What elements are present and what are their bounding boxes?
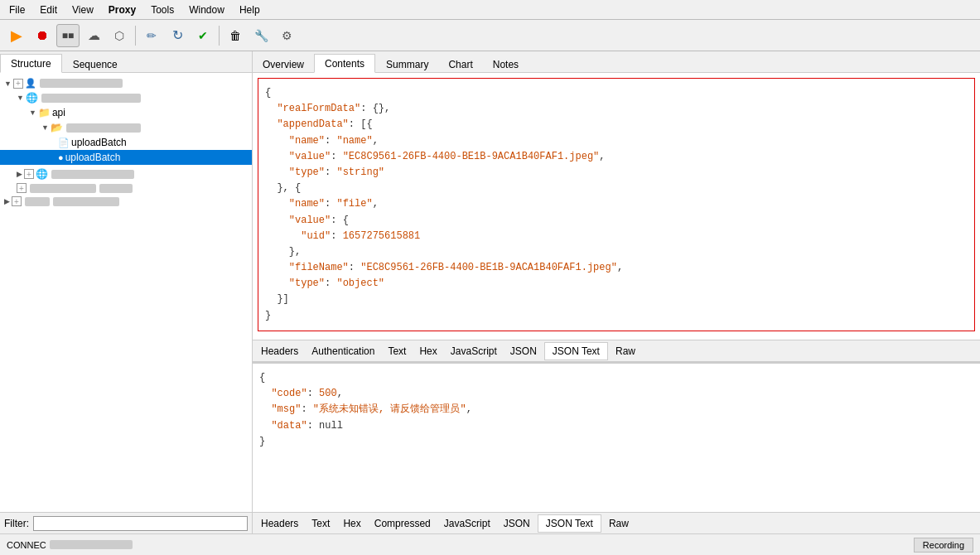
json-line-12: "fileName": "EC8C9561-26FB-4400-BE1B-9AC… — [265, 260, 968, 276]
req-tab-hex[interactable]: Hex — [413, 343, 443, 360]
pen-button[interactable]: ✏ — [140, 24, 163, 47]
resp-line-2: "code": 500, — [259, 386, 973, 402]
tree-item-label-8 — [30, 184, 96, 193]
expand-arrow-icon: ▼ — [4, 80, 12, 88]
folder-icon: 📁 — [38, 107, 51, 118]
toolbar-separator-1 — [135, 26, 136, 46]
req-tab-headers[interactable]: Headers — [254, 343, 305, 360]
menu-edit[interactable]: Edit — [37, 3, 60, 17]
req-tab-authentication[interactable]: Authentication — [305, 343, 381, 360]
stop-button[interactable]: ■■ — [56, 24, 80, 47]
status-text: CONNEC — [7, 540, 46, 550]
check-button[interactable]: ✔ — [191, 24, 215, 47]
left-panel: Structure Sequence ▼ + 👤 ▼ 🌐 ▼ 📁 api — [0, 51, 253, 533]
statusbar: CONNEC Recording — [0, 533, 980, 555]
tree-item-label-1 — [40, 79, 123, 88]
resp-tab-compressed[interactable]: Compressed — [368, 515, 437, 532]
tree-item[interactable]: ▶ + 🌐 — [0, 166, 252, 181]
json-display: { "realFormData": {}, "appendData": [{ "… — [258, 78, 975, 331]
tree-item[interactable]: ▶ + — [0, 195, 252, 208]
trash-button[interactable]: 🗑 — [224, 24, 247, 47]
refresh-button[interactable]: ↻ — [166, 24, 189, 47]
status-blurred — [50, 540, 133, 549]
menu-tools[interactable]: Tools — [148, 3, 176, 17]
expand-arrow-icon: ▶ — [17, 170, 22, 178]
tree-item[interactable]: ▼ 📂 — [0, 120, 252, 135]
tab-overview[interactable]: Overview — [253, 56, 314, 73]
menu-view[interactable]: View — [70, 3, 96, 17]
plus-icon-3: + — [17, 183, 27, 193]
resp-tab-javascript[interactable]: JavaScript — [437, 515, 497, 532]
menu-help[interactable]: Help — [237, 3, 263, 17]
plus-icon-4: + — [12, 196, 22, 206]
expand-arrow-icon: ▼ — [29, 109, 36, 117]
tab-contents[interactable]: Contents — [314, 54, 375, 73]
req-tab-text[interactable]: Text — [381, 343, 413, 360]
tree-item-label-uploadbatch2: uploadBatch — [65, 152, 121, 163]
json-line-13: "type": "object" — [265, 276, 968, 292]
page-icon: 📄 — [58, 138, 70, 148]
resp-tab-headers[interactable]: Headers — [254, 515, 305, 532]
resp-tab-raw[interactable]: Raw — [602, 515, 635, 532]
tab-structure[interactable]: Structure — [0, 54, 62, 73]
resp-line-5: } — [259, 434, 973, 450]
tree-item-selected[interactable]: ● uploadBatch — [0, 150, 252, 165]
tree-item[interactable]: ▼ 📁 api — [0, 105, 252, 120]
resp-tab-hex[interactable]: Hex — [336, 515, 367, 532]
right-panel: Overview Contents Summary Chart Notes { … — [253, 51, 980, 533]
json-line-1: { — [265, 85, 968, 101]
resp-tab-json-text[interactable]: JSON Text — [538, 514, 601, 533]
json-line-10: "uid": 1657275615881 — [265, 229, 968, 244]
tree-item[interactable]: ▼ + 👤 — [0, 76, 252, 90]
tree-item[interactable]: + — [0, 181, 252, 195]
tree-item[interactable]: 📄 uploadBatch — [0, 135, 252, 150]
menu-window[interactable]: Window — [186, 3, 227, 17]
response-content: { "code": 500, "msg": "系统未知错误, 请反馈给管理员",… — [253, 364, 980, 512]
settings-button[interactable]: ⚙ — [275, 24, 298, 47]
record-button[interactable]: ⏺ — [31, 24, 54, 47]
req-tab-json-text[interactable]: JSON Text — [544, 342, 608, 360]
resp-tab-text[interactable]: Text — [305, 515, 336, 532]
req-tab-raw[interactable]: Raw — [609, 343, 642, 360]
cloud-button[interactable]: ☁ — [82, 24, 105, 47]
json-line-14: }] — [265, 292, 968, 307]
tab-notes[interactable]: Notes — [483, 56, 529, 73]
tree-item-label-9b — [53, 197, 119, 206]
response-tab-bar: Headers Text Hex Compressed JavaScript J… — [253, 512, 980, 533]
tree-item[interactable]: ▼ 🌐 — [0, 90, 252, 105]
expand-arrow-icon: ▶ — [4, 197, 10, 205]
json-line-9: "value": { — [265, 213, 968, 229]
top-tab-bar: Overview Contents Summary Chart Notes — [253, 51, 980, 73]
resp-line-3: "msg": "系统未知错误, 请反馈给管理员", — [259, 402, 973, 417]
filter-bar: Filter: — [0, 512, 252, 533]
resp-line-4: "data": null — [259, 418, 973, 434]
hex-button[interactable]: ⬡ — [108, 24, 131, 47]
menubar: File Edit View Proxy Tools Window Help — [0, 0, 980, 20]
menu-proxy[interactable]: Proxy — [106, 3, 138, 17]
tree-item-icon-1: 👤 — [25, 78, 36, 89]
json-line-6: "type": "string" — [265, 165, 968, 181]
tab-summary[interactable]: Summary — [376, 56, 438, 73]
request-tab-bar: Headers Authentication Text Hex JavaScri… — [253, 340, 980, 361]
folder-blue-icon: 📂 — [51, 122, 63, 133]
json-line-3: "appendData": [{ — [265, 117, 968, 133]
plus-icon-2: + — [24, 169, 34, 179]
wrench-button[interactable]: 🔧 — [249, 24, 273, 47]
globe-icon-2: 🌐 — [36, 168, 48, 180]
tab-sequence[interactable]: Sequence — [63, 56, 128, 73]
req-tab-json[interactable]: JSON — [504, 343, 543, 360]
tree-item-label-api: api — [52, 107, 65, 118]
req-tab-javascript[interactable]: JavaScript — [444, 343, 504, 360]
resp-line-1: { — [259, 370, 973, 386]
resp-tab-json[interactable]: JSON — [497, 515, 537, 532]
json-line-7: }, { — [265, 181, 968, 196]
json-line-8: "name": "file", — [265, 196, 968, 212]
menu-file[interactable]: File — [7, 3, 27, 17]
request-content: { "realFormData": {}, "appendData": [{ "… — [253, 73, 980, 340]
arrow-button[interactable]: ▶ — [5, 24, 28, 47]
json-line-11: }, — [265, 244, 968, 260]
filter-input[interactable] — [33, 516, 248, 531]
tree-item-label-2 — [41, 94, 141, 103]
plus-icon: + — [13, 79, 23, 89]
tab-chart[interactable]: Chart — [438, 56, 482, 73]
